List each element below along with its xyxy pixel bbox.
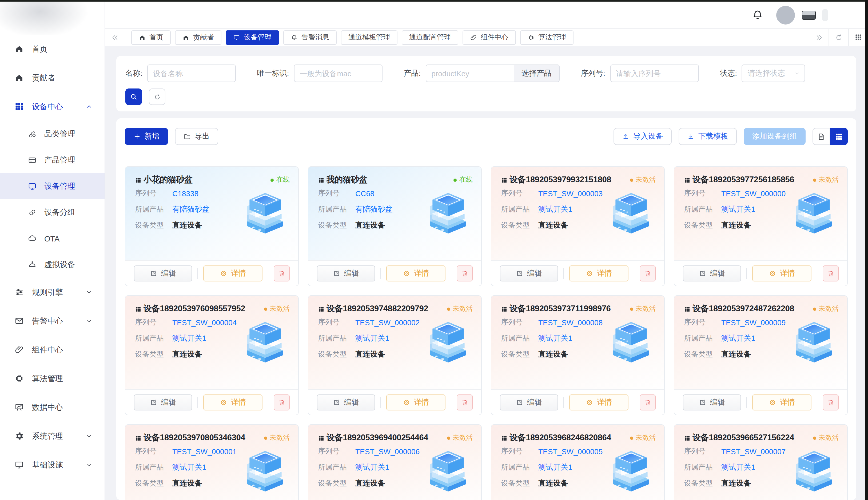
user-avatar[interactable]	[776, 5, 795, 24]
delete-button[interactable]	[457, 265, 473, 281]
sidebar-item-device-group[interactable]: 设备分组	[0, 200, 104, 226]
serial-link[interactable]: TEST_SW_000007	[721, 447, 786, 456]
product-link[interactable]: 测试开关1	[538, 334, 572, 343]
product-link[interactable]: 测试开关1	[721, 205, 755, 214]
delete-button[interactable]	[274, 265, 290, 281]
detail-button[interactable]: 详情	[569, 394, 628, 410]
detail-button[interactable]: 详情	[203, 265, 263, 281]
refresh-page-button[interactable]	[828, 29, 848, 46]
serial-link[interactable]: TEST_SW_000005	[538, 447, 603, 456]
serial-link[interactable]: TEST_SW_000000	[721, 189, 786, 198]
sidebar-item-category-mgmt[interactable]: 品类管理	[0, 121, 104, 147]
product-link[interactable]: 有陪猫砂盆	[355, 205, 393, 214]
device-uid-input[interactable]	[294, 65, 382, 82]
sidebar-item-contributors[interactable]: 贡献者	[0, 64, 104, 92]
sidebar-item-ota[interactable]: OTA	[0, 226, 104, 252]
add-device-button[interactable]: 新增	[125, 128, 168, 145]
sidebar-item-product-mgmt[interactable]: 产品管理	[0, 147, 104, 173]
detail-button[interactable]: 详情	[569, 265, 628, 281]
edit-button[interactable]: 编辑	[134, 265, 192, 281]
serial-number-input[interactable]	[610, 65, 699, 82]
tab-device-mgmt[interactable]: 设备管理	[226, 30, 279, 45]
sidebar-item-component-center[interactable]: 组件中心	[0, 335, 104, 364]
sidebar-item-infrastructure[interactable]: 基础设施	[0, 451, 104, 479]
tab-home[interactable]: 首页	[131, 30, 171, 45]
delete-button[interactable]	[640, 265, 656, 281]
tab-contributors[interactable]: 贡献者	[175, 30, 221, 45]
import-devices-button[interactable]: 导入设备	[613, 128, 672, 145]
detail-button[interactable]: 详情	[752, 265, 811, 281]
device-card-footer: 编辑 详情	[674, 260, 847, 286]
edit-button[interactable]: 编辑	[317, 265, 375, 281]
reset-button[interactable]	[149, 89, 165, 105]
detail-button[interactable]: 详情	[386, 265, 445, 281]
sidebar-item-device-center[interactable]: 设备中心	[0, 92, 104, 121]
edit-button[interactable]: 编辑	[317, 394, 375, 410]
delete-button[interactable]	[457, 394, 473, 410]
delete-button[interactable]	[274, 394, 290, 410]
product-link[interactable]: 测试开关1	[172, 334, 207, 343]
tabs-scroll-left-button[interactable]	[105, 29, 125, 46]
product-link[interactable]: 测试开关1	[355, 334, 389, 343]
status-dot-icon	[447, 436, 450, 440]
product-link[interactable]: 测试开关1	[355, 463, 389, 472]
edit-button[interactable]: 编辑	[500, 394, 558, 410]
edit-button[interactable]: 编辑	[683, 394, 741, 410]
serial-link[interactable]: TEST_SW_000002	[355, 318, 420, 327]
serial-link[interactable]: CC68	[355, 189, 375, 198]
detail-button[interactable]: 详情	[752, 394, 811, 410]
tabs-scroll-right-button[interactable]	[809, 29, 828, 46]
detail-button[interactable]: 详情	[203, 394, 263, 410]
serial-link[interactable]: C18338	[172, 189, 199, 198]
delete-button[interactable]	[823, 394, 839, 410]
tab-alarm-messages[interactable]: 告警消息	[283, 30, 337, 45]
edit-button[interactable]: 编辑	[500, 265, 558, 281]
device-name-input[interactable]	[147, 65, 236, 82]
layout-grid-button[interactable]	[848, 29, 868, 46]
footer-divider	[197, 268, 198, 279]
product-link[interactable]: 有陪猫砂盆	[172, 205, 210, 214]
product-link[interactable]: 测试开关1	[721, 463, 755, 472]
status-dot-icon	[813, 307, 816, 310]
edit-button[interactable]: 编辑	[134, 394, 192, 410]
product-link[interactable]: 测试开关1	[538, 205, 572, 214]
serial-link[interactable]: TEST_SW_000001	[172, 447, 237, 456]
sidebar-item-device-mgmt[interactable]: 设备管理	[0, 173, 104, 200]
detail-button[interactable]: 详情	[386, 394, 445, 410]
filter-uid: 唯一标识:	[257, 65, 382, 82]
tab-channel-config[interactable]: 通道配置管理	[402, 30, 458, 45]
serial-link[interactable]: TEST_SW_000009	[721, 318, 786, 327]
serial-link[interactable]: TEST_SW_000006	[355, 447, 420, 456]
grid-view-button[interactable]	[830, 128, 848, 145]
product-key-input[interactable]	[425, 65, 514, 82]
serial-link[interactable]: TEST_SW_000004	[172, 318, 237, 327]
product-link[interactable]: 测试开关1	[172, 463, 207, 472]
notification-bell-icon[interactable]	[752, 9, 764, 21]
edit-button[interactable]: 编辑	[683, 265, 741, 281]
sidebar-item-algorithm-mgmt[interactable]: 算法管理	[0, 364, 104, 393]
delete-button[interactable]	[823, 265, 839, 281]
device-card-title-row: 设备1892053979932151808 未激活	[501, 174, 656, 185]
tab-algorithm-mgmt[interactable]: 算法管理	[520, 30, 574, 45]
sidebar-item-system-mgmt[interactable]: 系统管理	[0, 422, 104, 451]
sidebar-item-label: 算法管理	[32, 373, 63, 384]
add-device-to-group-button[interactable]: 添加设备到组	[744, 128, 805, 145]
serial-link[interactable]: TEST_SW_000003	[538, 189, 603, 198]
search-button[interactable]	[125, 89, 142, 105]
sidebar-item-home[interactable]: 首页	[0, 35, 104, 64]
export-button[interactable]: 导出	[175, 128, 218, 145]
tab-component-center[interactable]: 组件中心	[463, 30, 516, 45]
sidebar-item-virtual-device[interactable]: 虚拟设备	[0, 252, 104, 278]
product-link[interactable]: 测试开关1	[538, 463, 572, 472]
sidebar-item-rule-engine[interactable]: 规则引擎	[0, 278, 104, 307]
delete-button[interactable]	[640, 394, 656, 410]
serial-link[interactable]: TEST_SW_000008	[538, 318, 603, 327]
status-select[interactable]: 请选择状态	[742, 65, 805, 82]
download-template-button[interactable]: 下载模板	[679, 128, 737, 145]
select-product-button[interactable]: 选择产品	[514, 65, 559, 82]
sidebar-item-alarm-center[interactable]: 告警中心	[0, 307, 104, 335]
tab-channel-template[interactable]: 通道模板管理	[341, 30, 398, 45]
list-view-button[interactable]	[813, 128, 830, 145]
sidebar-item-data-center[interactable]: 数据中心	[0, 393, 104, 422]
product-link[interactable]: 测试开关1	[721, 334, 755, 343]
